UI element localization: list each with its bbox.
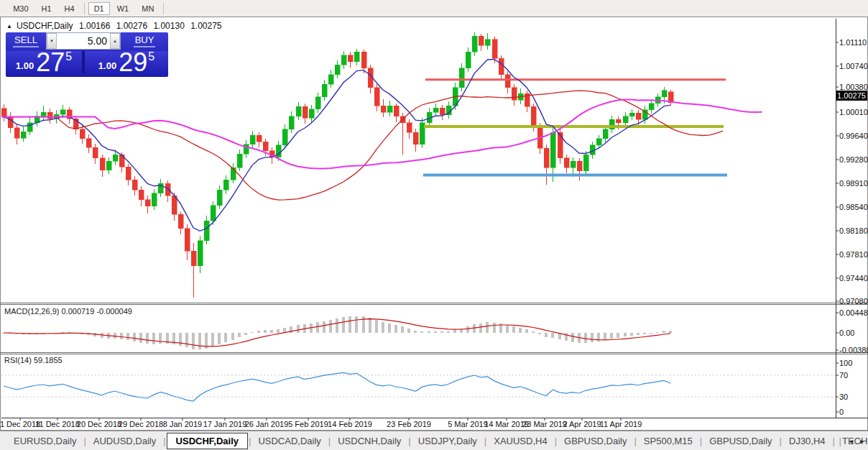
tab-separator: | [408, 436, 410, 446]
chart-header: ▲USDCHF,Daily 1.00166 1.00276 1.00130 1.… [6, 21, 226, 31]
tab-separator: | [700, 436, 702, 446]
tab-usdchf-daily[interactable]: USDCHF,Daily [167, 433, 248, 449]
sell-price[interactable]: 1.00 27 5 [6, 51, 85, 74]
indicator-axis-label: 0.00 [839, 329, 854, 337]
tab-dj30-h4[interactable]: DJ30,H4 [782, 433, 832, 449]
ohlc-open: 1.00166 [79, 21, 110, 31]
sell-price-sup: 5 [65, 50, 72, 63]
date-axis-label: 23 Mar 2019 [522, 420, 567, 428]
trading-app: 5M30H1H4D1W1MN 1.011101.007401.003801.00… [0, 0, 868, 450]
buy-price-sup: 5 [148, 50, 154, 63]
price-axis-label: 0.99640 [839, 132, 868, 140]
buy-price[interactable]: 1.00 29 5 [85, 51, 168, 74]
buy-button-label: BUY [134, 35, 156, 47]
tab-usdcad-daily[interactable]: USDCAD,Daily [251, 433, 327, 449]
tab-separator: | [83, 436, 86, 446]
tab-usdjpy-daily[interactable]: USDJPY,Daily [412, 433, 484, 449]
tab-separator: | [839, 436, 841, 446]
chart-symbol-label: USDCHF,Daily [17, 21, 73, 31]
indicator-axis-label: -0.003883 [839, 346, 868, 354]
volume-increase-icon[interactable]: ▲ [110, 33, 120, 49]
volume-input[interactable] [57, 33, 110, 49]
volume-decrease-icon[interactable]: ▼ [47, 33, 57, 49]
tab-usdcnh-daily[interactable]: USDCNH,Daily [331, 433, 407, 449]
date-axis-label: 11 Dec 2018 [35, 420, 80, 428]
date-axis-label: 8 Jan 2019 [163, 420, 202, 428]
date-axis-label: 5 Mar 2019 [448, 420, 488, 428]
tab-xauusd-h4[interactable]: XAUUSD,H4 [487, 433, 553, 449]
tab-separator: | [328, 436, 331, 446]
ohlc-high: 1.00276 [116, 21, 147, 31]
date-axis-label: 17 Jan 2019 [203, 420, 247, 428]
price-axis-label: 0.97810 [839, 250, 868, 259]
price-axis-label: 1.00380 [839, 83, 868, 91]
rsi-panel [1, 372, 836, 401]
price-axis-label: 0.97080 [839, 297, 868, 306]
date-axis-label: 26 Jan 2019 [245, 420, 289, 428]
tab-separator: | [555, 436, 557, 446]
macd-label: MACD(12,26,9) 0.000719 -0.000049 [4, 307, 132, 316]
date-axis-label: 11 Apr 2019 [600, 420, 642, 428]
tab-sp500-m15[interactable]: SP500,M15 [637, 433, 699, 449]
rsi-label: RSI(14) 59.1855 [4, 356, 63, 364]
tab-separator: | [484, 436, 486, 446]
tab-separator: | [249, 436, 251, 446]
date-axis-label: 1 Dec 2018 [0, 420, 40, 428]
macd-histogram [2, 316, 672, 349]
date-axis-label: 5 Feb 2019 [288, 420, 328, 428]
ma-mid-line [1, 91, 723, 200]
price-axis-label: 0.98910 [839, 179, 868, 188]
indicator-axis-label: 30 [839, 392, 848, 401]
price-axis-label: 1.01110 [839, 38, 867, 47]
ohlc-close: 1.00275 [190, 21, 221, 31]
tab-separator: | [833, 436, 835, 446]
ohlc-low: 1.00130 [153, 21, 184, 31]
tab-audusd-daily[interactable]: AUDUSD,Daily [87, 433, 162, 449]
date-axis-label: 2 Apr 2019 [563, 420, 601, 428]
scroll-right-icon[interactable]: ▸ [860, 437, 864, 445]
indicator-axis-label: 100 [839, 359, 852, 367]
date-axis-label: 23 Feb 2019 [387, 420, 431, 428]
tab-gbpusd-daily[interactable]: GBPUSD,Daily [703, 433, 778, 449]
price-axis-label: 0.98180 [839, 226, 868, 235]
date-axis-label: 20 Dec 2018 [77, 420, 121, 428]
price-axis-label: 1.00010 [839, 108, 868, 116]
date-axis-label: 29 Dec 2018 [119, 420, 163, 428]
buy-price-prefix: 1.00 [98, 60, 116, 71]
sell-price-big: 27 [36, 52, 65, 73]
current-price-text: 1.00275 [837, 91, 866, 100]
price-axis-label: 1.00740 [839, 62, 868, 70]
panel-toggle-icon[interactable]: ▲ [6, 23, 12, 29]
tab-separator: | [634, 436, 636, 446]
price-axis-label: 0.98540 [839, 203, 868, 211]
sell-price-prefix: 1.00 [16, 60, 34, 71]
price-axis-label: 0.97440 [839, 274, 868, 283]
one-click-trade-panel: SELL ▼ ▲ BUY 1.00 27 5 1.00 29 5 [6, 32, 168, 77]
sell-button-label: SELL [13, 35, 39, 47]
price-axis-label: 0.99280 [839, 155, 868, 164]
date-axis-label: 14 Feb 2019 [328, 420, 372, 428]
symbol-tab-bar: EURUSD,Daily|AUDUSD,Daily|USDCHF,Daily|U… [0, 431, 868, 450]
tab-eurusd-daily[interactable]: EURUSD,Daily [7, 433, 83, 449]
indicator-axis-label: 0.004487 [839, 308, 868, 317]
tab-separator: | [780, 436, 782, 446]
indicator-axis-label: 70 [839, 371, 848, 380]
tab-gbpusd-daily[interactable]: GBPUSD,Daily [558, 433, 633, 449]
buy-price-big: 29 [119, 52, 147, 73]
tab-separator: | [163, 436, 165, 446]
tab-scroll-controls: |◂▸ [839, 436, 864, 446]
macd-panel [2, 316, 672, 349]
ma-fast-line [4, 60, 670, 231]
indicator-axis-label: 0 [839, 408, 844, 416]
scroll-left-icon[interactable]: ◂ [849, 437, 853, 445]
